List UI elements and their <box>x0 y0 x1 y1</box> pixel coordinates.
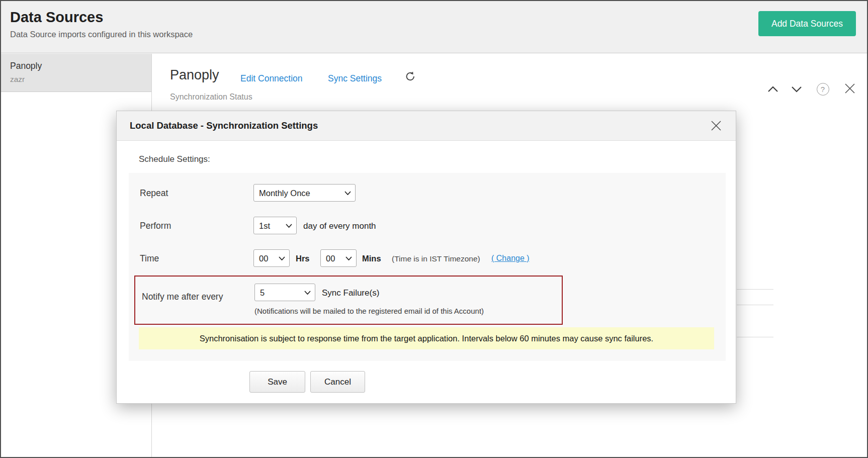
refresh-icon[interactable] <box>404 70 417 83</box>
notify-note: (Notifications will be mailed to the reg… <box>254 307 484 315</box>
notify-count-select-wrap: 5 <box>254 284 315 301</box>
sidebar-item-workspace: zazr <box>10 75 142 84</box>
schedule-settings-panel: Repeat Monthly Once Perform 1st day of <box>129 173 726 361</box>
time-hours-select[interactable]: 00 <box>253 249 290 267</box>
minutes-unit-label: Mins <box>362 254 381 263</box>
time-hours-select-wrap: 00 <box>253 249 290 267</box>
table-divider <box>737 289 773 290</box>
perform-day-select[interactable]: 1st <box>253 217 297 234</box>
change-timezone-link[interactable]: ( Change ) <box>491 254 530 263</box>
hours-unit-label: Hrs <box>296 254 310 263</box>
perform-day-select-wrap: 1st <box>253 217 297 234</box>
sidebar-item-panoply[interactable]: Panoply zazr <box>1 54 151 92</box>
chevron-down-icon[interactable] <box>790 82 804 96</box>
repeat-label: Repeat <box>140 188 168 199</box>
cancel-button[interactable]: Cancel <box>310 371 365 393</box>
sync-settings-modal: Local Database - Synchronization Setting… <box>116 111 736 404</box>
table-divider <box>737 337 773 337</box>
repeat-select-wrap: Monthly Once <box>253 184 356 202</box>
page-title: Data Sources <box>10 9 103 26</box>
edit-connection-link[interactable]: Edit Connection <box>240 73 303 84</box>
perform-label: Perform <box>140 221 171 231</box>
help-icon[interactable]: ? <box>816 82 830 96</box>
time-minutes-select[interactable]: 00 <box>320 249 357 267</box>
help-question-glyph: ? <box>817 83 829 96</box>
repeat-select[interactable]: Monthly Once <box>253 184 356 202</box>
add-data-sources-button[interactable]: Add Data Sources <box>758 11 856 36</box>
perform-suffix-label: day of every month <box>303 221 376 231</box>
timezone-note: (Time is in IST Timezone) <box>392 254 480 263</box>
notify-label: Notify me after every <box>142 292 223 302</box>
datasource-title: Panoply <box>170 67 219 83</box>
close-panel-icon[interactable] <box>843 81 857 96</box>
chevron-up-icon[interactable] <box>766 82 780 96</box>
sync-warning-note: Synchronisation is subject to response t… <box>139 327 714 349</box>
sidebar-item-name: Panoply <box>10 61 142 71</box>
save-button[interactable]: Save <box>249 371 305 393</box>
app-window: Data Sources Data Source imports configu… <box>0 0 868 458</box>
schedule-settings-label: Schedule Settings: <box>139 154 210 164</box>
page-header: Data Sources Data Source imports configu… <box>1 1 867 53</box>
sync-settings-link[interactable]: Sync Settings <box>328 73 382 84</box>
notify-highlight-box: Notify me after every 5 Sync Failure(s) … <box>134 276 563 325</box>
table-divider <box>737 305 773 305</box>
modal-header: Local Database - Synchronization Setting… <box>117 111 736 141</box>
modal-close-icon[interactable] <box>710 119 723 132</box>
page-subtitle: Data Source imports configured in this w… <box>10 30 193 39</box>
sync-status-label: Synchronization Status <box>170 93 252 102</box>
notify-suffix-label: Sync Failure(s) <box>322 288 379 298</box>
modal-title: Local Database - Synchronization Setting… <box>130 120 318 131</box>
time-label: Time <box>140 253 159 264</box>
notify-count-select[interactable]: 5 <box>254 284 315 301</box>
time-minutes-select-wrap: 00 <box>320 249 357 267</box>
